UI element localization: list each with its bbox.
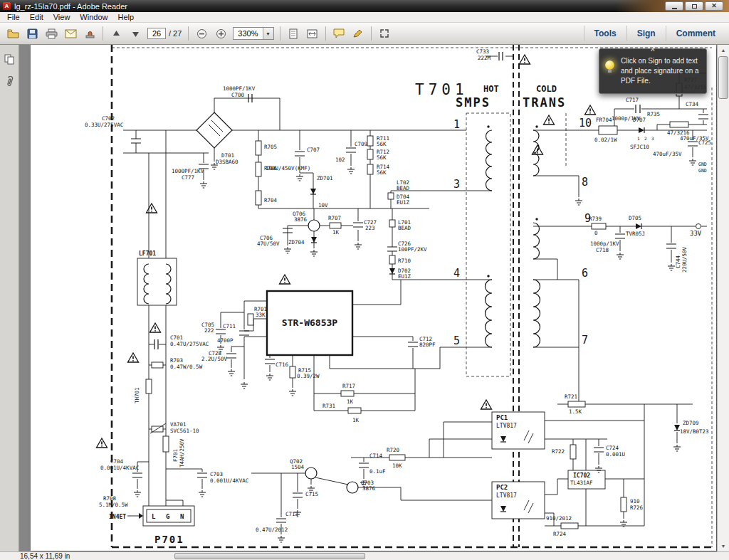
schematic-label: R721	[565, 393, 577, 400]
schematic-label: PC1	[496, 414, 508, 421]
schematic-label: 10K	[392, 463, 402, 469]
window-title: lg_rz-15la70.pdf - Adobe Reader	[14, 2, 127, 11]
schematic-label: C777	[182, 174, 194, 181]
schematic-label: 220U/50V	[681, 246, 688, 273]
schematic-label: 3876	[362, 485, 376, 492]
fit-width-button[interactable]	[303, 25, 322, 42]
menu-window[interactable]: Window	[75, 12, 112, 22]
previous-page-button[interactable]	[107, 25, 125, 42]
speech-bubble-icon	[333, 28, 345, 38]
menu-view[interactable]: View	[48, 12, 75, 22]
schematic-label: D701	[221, 152, 234, 159]
zoom-level-value: 330%	[234, 29, 262, 38]
minimize-button[interactable]	[665, 1, 683, 11]
sign-tooltip-text: Click on Sign to add text and place sign…	[621, 57, 699, 85]
close-button[interactable]: ✕	[705, 1, 723, 11]
schematic-label: L	[152, 513, 156, 520]
close-icon: ✕	[711, 3, 717, 9]
schematic-label: 0.001U/4KVAC	[100, 465, 139, 471]
schematic-label: R705	[264, 144, 277, 150]
stamp-button[interactable]	[80, 25, 99, 42]
schematic-label: C716	[276, 361, 289, 368]
schematic-label: 18V/B0T23	[680, 428, 709, 435]
pdf-page[interactable]: T701HOTCOLDSMPSTRANS13451089671000PF/1KV…	[31, 45, 716, 551]
titlebar[interactable]: A lg_rz-15la70.pdf - Adobe Reader ✕	[0, 0, 729, 12]
open-button[interactable]	[4, 25, 22, 42]
schematic-label: 2	[644, 136, 647, 141]
vertical-scrollbar-thumb[interactable]	[718, 56, 728, 99]
schematic-labels: T701HOTCOLDSMPSTRANS13451089671000PF/1KV…	[85, 48, 711, 545]
zoom-level-dropdown[interactable]: 330% ▼	[233, 27, 273, 40]
tools-button[interactable]: Tools	[584, 26, 626, 41]
schematic-label: R724	[553, 531, 567, 537]
schematic-label: 2.2U/50V	[201, 356, 228, 362]
schematic-label: FR704	[596, 117, 612, 123]
expand-arrows-icon	[379, 28, 389, 38]
menu-help[interactable]: Help	[112, 12, 139, 22]
schematic-label: LTV817	[496, 492, 517, 499]
schematic-label: 0.001U/4KVAC	[210, 477, 248, 484]
vertical-scrollbar[interactable]: ▲ ▼	[717, 45, 729, 551]
zoom-in-button[interactable]	[211, 25, 230, 42]
page-thumbnails-button[interactable]	[2, 52, 16, 66]
sign-button[interactable]: Sign	[626, 26, 666, 41]
document-view[interactable]: T701HOTCOLDSMPSTRANS13451089671000PF/1KV…	[19, 45, 717, 551]
schematic-label: 223	[365, 225, 375, 231]
collapse-chevron-icon[interactable]: ^	[651, 48, 654, 53]
menu-file[interactable]: File	[2, 12, 25, 22]
schematic-label: T4AH/250V	[179, 438, 185, 467]
schematic-label: EU1Z	[398, 273, 411, 280]
schematic-label: C704	[110, 458, 124, 465]
chevron-down-icon[interactable]: ▼	[263, 28, 273, 39]
highlight-button[interactable]	[349, 25, 367, 42]
toolbar-separator	[188, 26, 189, 41]
schematic-label: HOT	[483, 84, 499, 94]
horizontal-scrollbar-thumb[interactable]	[174, 553, 365, 559]
schematic-label: D3SBA60	[216, 159, 238, 165]
scrolling-mode-button[interactable]	[284, 25, 303, 42]
schematic-label: C718	[596, 247, 609, 253]
attachments-button[interactable]	[2, 75, 16, 89]
page-up-icon	[112, 29, 121, 38]
schematic-label: ZD701	[317, 175, 333, 181]
zoom-out-button[interactable]	[192, 25, 211, 42]
schematic-label: COLD	[536, 84, 557, 94]
adobe-reader-window: A lg_rz-15la70.pdf - Adobe Reader ✕ File…	[0, 0, 729, 560]
save-button[interactable]	[23, 25, 41, 42]
scroll-down-icon[interactable]: ▼	[718, 541, 729, 551]
schematic-label: TL431AF	[570, 480, 593, 486]
schematic-label: 1K	[347, 398, 354, 405]
schematic-label: 100PF/2KV	[398, 246, 427, 253]
email-button[interactable]	[61, 25, 80, 42]
schematic-label: R703	[170, 357, 183, 364]
page-number-input[interactable]	[147, 28, 166, 39]
schematic-label: C724	[606, 445, 619, 451]
schematic-label: 56K	[377, 141, 387, 147]
schematic-label: 0.001U	[606, 451, 625, 458]
schematic-label: C715	[305, 491, 318, 497]
schematic-label: P701	[154, 534, 184, 545]
maximize-button[interactable]	[685, 1, 703, 11]
schematic-label: R707	[328, 215, 341, 221]
schematic-label: C734	[686, 101, 699, 107]
save-icon	[27, 28, 38, 39]
schematic-label: 56K	[377, 169, 387, 176]
next-page-button[interactable]	[126, 25, 145, 42]
menu-edit[interactable]: Edit	[25, 12, 48, 22]
comment-button[interactable]: Comment	[666, 26, 725, 41]
schematic-label: C703	[210, 471, 223, 477]
schematic-label: R720	[387, 447, 400, 453]
print-icon	[46, 28, 58, 39]
schematic-label: 1K	[332, 229, 340, 236]
schematic-label: 47U/50V	[257, 241, 280, 247]
schematic-label: 820PF	[419, 342, 436, 348]
print-button[interactable]	[42, 25, 61, 42]
scroll-up-icon[interactable]: ▲	[718, 45, 729, 56]
schematic-label: 1000PF/1KV	[172, 168, 204, 174]
schematic-label: 0.33U/275VAC	[85, 122, 123, 128]
schematic-label: C725	[698, 139, 711, 146]
sticky-note-button[interactable]	[330, 25, 348, 42]
zoom-in-icon	[216, 28, 226, 39]
fullscreen-button[interactable]	[375, 25, 394, 42]
open-icon	[7, 28, 19, 38]
